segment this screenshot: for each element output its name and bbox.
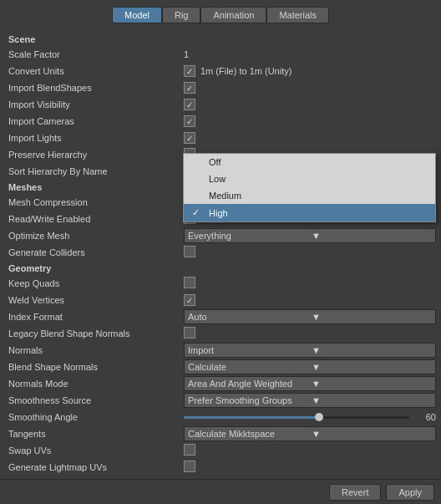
dropdown-arrow-normals: ▼ <box>312 345 432 355</box>
revert-button[interactable]: Revert <box>329 484 381 501</box>
row-blend-shape-normals: Blend Shape Normals Calculate ▼ <box>0 359 441 375</box>
label-mesh-compression: Mesh Compression <box>8 197 184 207</box>
checkbox-weld-vertices[interactable] <box>184 294 195 306</box>
label-generate-lightmap-uvs: Generate Lightmap UVs <box>8 462 184 472</box>
tab-model[interactable]: Model <box>112 7 162 23</box>
slider-fill <box>184 416 319 419</box>
checkbox-swap-uvs[interactable] <box>184 444 195 456</box>
checkbox-import-lights[interactable] <box>184 132 195 144</box>
tab-materials[interactable]: Materials <box>266 7 329 23</box>
label-normals: Normals <box>8 345 184 355</box>
row-generate-lightmap-uvs: Generate Lightmap UVs <box>0 459 441 476</box>
label-import-visibility: Import Visibility <box>8 99 184 109</box>
label-keep-quads: Keep Quads <box>8 278 184 288</box>
label-index-format: Index Format <box>8 312 184 322</box>
checkbox-convert-units[interactable] <box>184 65 195 77</box>
label-optimize-mesh: Optimize Mesh <box>8 231 184 241</box>
main-content: Scene Scale Factor 1 Convert Units 1m (F… <box>0 28 441 476</box>
row-optimize-mesh: Optimize Mesh Everything ▼ <box>0 227 441 244</box>
dropdown-arrow-blend-shape-normals: ▼ <box>312 362 432 372</box>
popup-item-high[interactable]: ✓ High <box>184 204 435 221</box>
row-smoothing-angle: Smoothing Angle 60 <box>0 409 441 425</box>
row-tangents: Tangents Calculate Mikktspace ▼ <box>0 425 441 442</box>
row-import-blendshapes: Import BlendShapes <box>0 79 441 96</box>
row-legacy-blend-shape-normals: Legacy Blend Shape Normals <box>0 325 441 342</box>
section-scene: Scene <box>0 32 441 46</box>
dropdown-arrow-normals-mode: ▼ <box>312 379 432 389</box>
checkbox-generate-colliders[interactable] <box>184 246 195 257</box>
label-read-write: Read/Write Enabled <box>8 214 184 224</box>
tabs-bar: Model Rig Animation Materials <box>0 0 441 28</box>
label-preserve-hierarchy: Preserve Hierarchy <box>8 150 184 160</box>
dropdown-arrow-optimize-mesh: ▼ <box>312 231 432 241</box>
popup-item-off[interactable]: Off <box>184 154 435 171</box>
dropdown-smoothness-source[interactable]: Prefer Smoothing Groups ▼ <box>184 393 436 408</box>
popup-item-low[interactable]: Low <box>184 171 435 187</box>
value-scale-factor: 1 <box>184 49 436 59</box>
dropdown-index-format[interactable]: Auto ▼ <box>184 309 436 324</box>
checkbox-legacy-blend-shape-normals[interactable] <box>184 327 195 339</box>
label-import-lights: Import Lights <box>8 133 184 143</box>
dropdown-popup-mesh-compression: Off Low Medium ✓ High <box>183 153 436 222</box>
row-generate-colliders: Generate Colliders <box>0 244 441 261</box>
popup-item-medium[interactable]: Medium <box>184 187 435 204</box>
label-generate-colliders: Generate Colliders <box>8 247 184 257</box>
row-scale-factor: Scale Factor 1 <box>0 46 441 63</box>
row-import-visibility: Import Visibility <box>0 96 441 113</box>
row-convert-units: Convert Units 1m (File) to 1m (Unity) <box>0 63 441 79</box>
dropdown-optimize-mesh[interactable]: Everything ▼ <box>184 228 436 243</box>
row-keep-quads: Keep Quads <box>0 275 441 292</box>
label-convert-units: Convert Units <box>8 66 184 76</box>
label-legacy-blend-shape-normals: Legacy Blend Shape Normals <box>8 328 184 339</box>
row-swap-uvs: Swap UVs <box>0 442 441 459</box>
dropdown-normals[interactable]: Import ▼ <box>184 343 436 358</box>
slider-smoothing-angle-container: 60 <box>184 412 436 422</box>
dropdown-normals-mode[interactable]: Area And Angle Weighted ▼ <box>184 376 436 391</box>
dropdown-tangents[interactable]: Calculate Mikktspace ▼ <box>184 426 436 441</box>
slider-thumb[interactable] <box>315 413 323 421</box>
dropdown-arrow-index-format: ▼ <box>312 312 432 322</box>
checkbox-import-blendshapes[interactable] <box>184 82 195 94</box>
row-normals-mode: Normals Mode Area And Angle Weighted ▼ <box>0 375 441 392</box>
dropdown-arrow-smoothness-source: ▼ <box>312 395 432 405</box>
apply-button[interactable]: Apply <box>386 484 434 501</box>
value-convert-units: 1m (File) to 1m (Unity) <box>184 65 436 77</box>
bottom-bar: Revert Apply <box>0 479 441 504</box>
slider-track <box>184 416 409 419</box>
row-normals: Normals Import ▼ <box>0 342 441 359</box>
dropdown-blend-shape-normals[interactable]: Calculate ▼ <box>184 359 436 374</box>
dropdown-arrow-tangents: ▼ <box>312 429 432 439</box>
label-import-cameras: Import Cameras <box>8 116 184 126</box>
checkbox-import-cameras[interactable] <box>184 115 195 127</box>
label-smoothing-angle: Smoothing Angle <box>8 412 184 422</box>
checkbox-generate-lightmap-uvs[interactable] <box>184 461 195 472</box>
slider-value-smoothing-angle: 60 <box>413 412 436 422</box>
label-scale-factor: Scale Factor <box>8 49 184 59</box>
label-swap-uvs: Swap UVs <box>8 445 184 456</box>
label-weld-vertices: Weld Vertices <box>8 295 184 305</box>
row-smoothness-source: Smoothness Source Prefer Smoothing Group… <box>0 392 441 409</box>
row-weld-vertices: Weld Vertices <box>0 292 441 308</box>
label-blend-shape-normals: Blend Shape Normals <box>8 362 184 372</box>
label-smoothness-source: Smoothness Source <box>8 395 184 405</box>
label-import-blendshapes: Import BlendShapes <box>8 83 184 93</box>
section-geometry: Geometry <box>0 261 441 275</box>
checkbox-import-visibility[interactable] <box>184 99 195 110</box>
checkbox-keep-quads[interactable] <box>184 277 195 288</box>
row-index-format: Index Format Auto ▼ <box>0 308 441 325</box>
value-import-blendshapes <box>184 82 436 94</box>
label-sort-hierarchy: Sort Hierarchy By Name <box>8 166 184 176</box>
row-import-lights: Import Lights <box>0 130 441 146</box>
label-normals-mode: Normals Mode <box>8 379 184 389</box>
label-tangents: Tangents <box>8 429 184 439</box>
checkmark-high: ✓ <box>192 207 204 218</box>
text-convert-units: 1m (File) to 1m (Unity) <box>200 66 291 76</box>
row-import-cameras: Import Cameras <box>0 113 441 130</box>
tab-animation[interactable]: Animation <box>200 7 266 23</box>
tab-rig[interactable]: Rig <box>162 7 201 23</box>
